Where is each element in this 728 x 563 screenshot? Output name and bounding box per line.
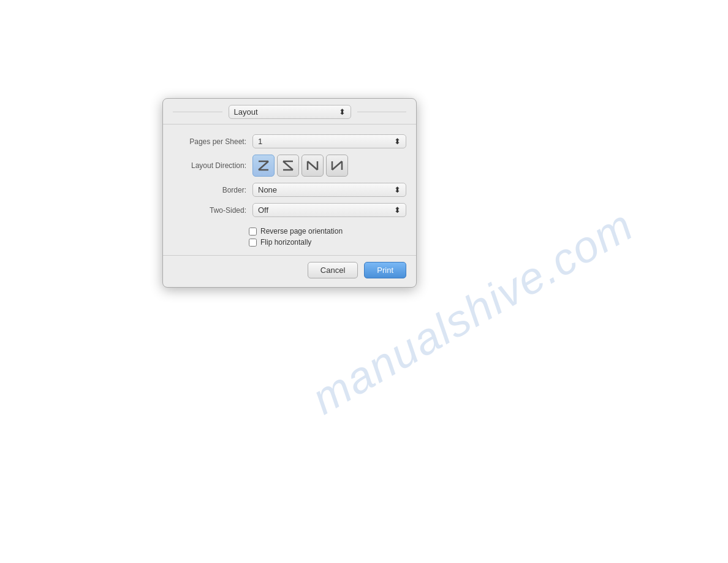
svg-line-7 [308,161,317,170]
checkboxes-group: Reverse page orientation Flip horizontal… [249,223,416,248]
border-value: None [258,185,277,194]
layout-dropdown-label: Layout [234,107,258,117]
header-divider-left [173,112,222,112]
layout-dropdown[interactable]: Layout ⬍ [229,105,351,119]
two-sided-select[interactable]: Off ⬍ [252,203,406,217]
flip-horizontally-row: Flip horizontally [249,237,416,248]
layout-direction-row: Layout Direction: [163,155,416,177]
svg-line-4 [283,161,293,170]
two-sided-control: Off ⬍ [252,203,406,217]
layout-direction-z-button[interactable] [252,155,275,177]
svg-line-10 [332,161,342,170]
layout-dropdown-arrow: ⬍ [339,107,346,117]
border-control: None ⬍ [252,183,406,197]
two-sided-arrow: ⬍ [394,205,401,215]
dialog-footer: Cancel Print [163,255,416,287]
dialog-header: Layout ⬍ [163,99,416,124]
layout-direction-n-lr-button[interactable] [301,155,324,177]
reverse-orientation-checkbox[interactable] [249,228,257,236]
header-divider-right [357,112,407,112]
dialog-body: Pages per Sheet: 1 ⬍ Layout Direction: [163,124,416,255]
pages-per-sheet-label: Pages per Sheet: [173,137,252,146]
border-label: Border: [173,186,252,194]
layout-direction-n-rl-button[interactable] [326,155,348,177]
print-layout-dialog: Layout ⬍ Pages per Sheet: 1 ⬍ Layout Dir… [162,98,417,288]
pages-per-sheet-row: Pages per Sheet: 1 ⬍ [163,134,416,148]
two-sided-row: Two-Sided: Off ⬍ [163,203,416,217]
pages-per-sheet-value: 1 [258,137,262,146]
border-row: Border: None ⬍ [163,183,416,197]
border-select[interactable]: None ⬍ [252,183,406,197]
two-sided-label: Two-Sided: [173,206,252,215]
layout-direction-label: Layout Direction: [173,161,252,170]
pages-per-sheet-control: 1 ⬍ [252,134,406,148]
cancel-button[interactable]: Cancel [308,262,358,278]
reverse-orientation-label: Reverse page orientation [260,227,343,236]
two-sided-value: Off [258,205,268,215]
svg-line-1 [259,161,268,170]
pages-per-sheet-arrow: ⬍ [394,137,401,146]
flip-horizontally-checkbox[interactable] [249,239,257,247]
reverse-orientation-row: Reverse page orientation [249,226,416,237]
pages-per-sheet-select[interactable]: 1 ⬍ [252,134,406,148]
flip-horizontally-label: Flip horizontally [260,238,311,247]
print-button[interactable]: Print [364,262,406,278]
layout-direction-s-button[interactable] [277,155,299,177]
border-arrow: ⬍ [394,185,401,194]
layout-direction-buttons [252,155,406,177]
